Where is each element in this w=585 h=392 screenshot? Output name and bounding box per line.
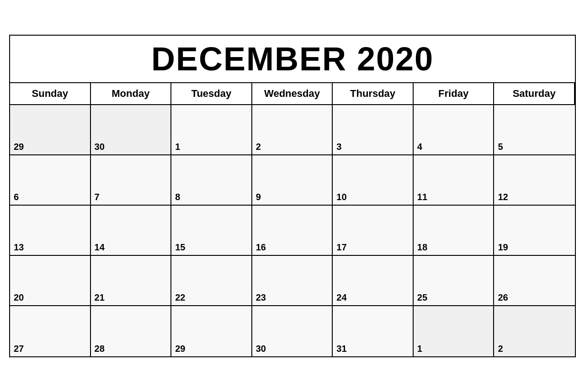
day-number: 30 (256, 344, 329, 354)
day-number: 22 (175, 292, 248, 303)
day-cell: 10 (333, 155, 414, 206)
day-cell: 31 (333, 306, 414, 356)
day-header-saturday: Saturday (494, 83, 575, 105)
day-number: 31 (336, 344, 409, 354)
calendar: DECEMBER 2020 SundayMondayTuesdayWednesd… (9, 35, 576, 357)
day-cell: 8 (171, 155, 252, 206)
day-cell: 23 (252, 256, 333, 306)
day-cell: 30 (252, 306, 333, 356)
calendar-grid: SundayMondayTuesdayWednesdayThursdayFrid… (10, 83, 575, 356)
day-header-thursday: Thursday (333, 83, 414, 105)
day-number: 29 (14, 142, 86, 152)
day-number: 5 (498, 142, 571, 152)
day-number: 19 (498, 242, 571, 253)
day-cell: 2 (252, 105, 333, 155)
day-cell: 29 (10, 105, 91, 155)
day-number: 18 (417, 242, 490, 253)
day-number: 17 (336, 242, 409, 253)
day-cell: 26 (494, 256, 575, 306)
day-cell: 1 (171, 105, 252, 155)
day-cell: 5 (494, 105, 575, 155)
day-number: 1 (175, 142, 248, 152)
day-header-sunday: Sunday (10, 83, 91, 105)
day-cell: 11 (414, 155, 495, 206)
day-header-tuesday: Tuesday (171, 83, 252, 105)
day-cell: 24 (333, 256, 414, 306)
day-cell: 21 (91, 256, 172, 306)
day-number: 23 (256, 292, 329, 303)
day-cell: 27 (10, 306, 91, 356)
day-number: 30 (95, 142, 167, 152)
day-number: 6 (14, 192, 86, 202)
day-cell: 30 (91, 105, 172, 155)
day-number: 21 (95, 292, 167, 303)
day-number: 2 (498, 344, 571, 354)
day-cell: 19 (494, 206, 575, 256)
day-number: 7 (95, 192, 167, 202)
day-number: 9 (256, 192, 329, 202)
day-cell: 25 (414, 256, 495, 306)
day-cell: 4 (414, 105, 495, 155)
day-cell: 7 (91, 155, 172, 206)
day-number: 10 (336, 192, 409, 202)
day-number: 11 (417, 192, 490, 202)
day-cell: 15 (171, 206, 252, 256)
day-cell: 20 (10, 256, 91, 306)
day-number: 3 (336, 142, 409, 152)
day-cell: 13 (10, 206, 91, 256)
day-number: 8 (175, 192, 248, 202)
day-cell: 28 (91, 306, 172, 356)
day-cell: 6 (10, 155, 91, 206)
day-cell: 14 (91, 206, 172, 256)
day-cell: 17 (333, 206, 414, 256)
day-number: 12 (498, 192, 571, 202)
day-number: 4 (417, 142, 490, 152)
day-number: 14 (95, 242, 167, 253)
day-cell: 1 (414, 306, 495, 356)
day-number: 29 (175, 344, 248, 354)
day-number: 26 (498, 292, 571, 303)
day-cell: 16 (252, 206, 333, 256)
day-cell: 18 (414, 206, 495, 256)
day-number: 15 (175, 242, 248, 253)
calendar-title: DECEMBER 2020 (10, 36, 575, 83)
day-header-monday: Monday (91, 83, 172, 105)
day-number: 28 (95, 344, 167, 354)
day-cell: 9 (252, 155, 333, 206)
day-header-friday: Friday (414, 83, 495, 105)
day-number: 2 (256, 142, 329, 152)
day-cell: 29 (171, 306, 252, 356)
day-cell: 22 (171, 256, 252, 306)
day-cell: 3 (333, 105, 414, 155)
day-number: 25 (417, 292, 490, 303)
day-number: 20 (14, 292, 86, 303)
day-number: 16 (256, 242, 329, 253)
day-header-wednesday: Wednesday (252, 83, 333, 105)
day-number: 24 (336, 292, 409, 303)
day-number: 1 (417, 344, 490, 354)
day-number: 27 (14, 344, 86, 354)
day-number: 13 (14, 242, 86, 253)
day-cell: 2 (494, 306, 575, 356)
day-cell: 12 (494, 155, 575, 206)
